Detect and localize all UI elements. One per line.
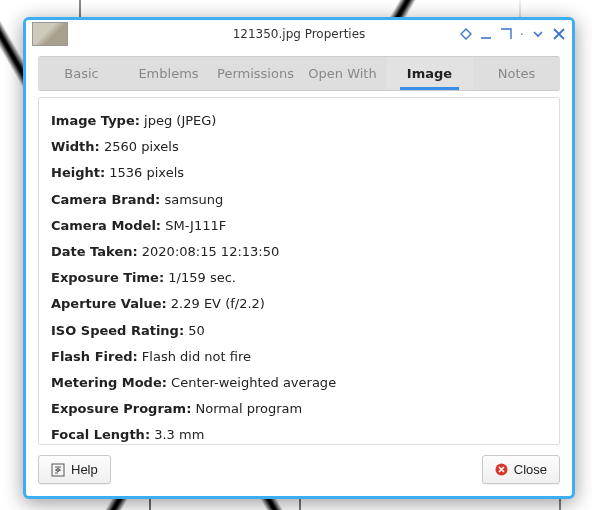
tab-basic[interactable]: Basic bbox=[38, 57, 125, 90]
minimize-icon[interactable] bbox=[480, 28, 492, 40]
roll-up-icon[interactable] bbox=[460, 28, 472, 40]
prop-iso-speed: ISO Speed Rating: 50 bbox=[51, 318, 547, 344]
prop-width: Width: 2560 pixels bbox=[51, 134, 547, 160]
prop-exposure-time: Exposure Time: 1/159 sec. bbox=[51, 265, 547, 291]
maximize-icon[interactable] bbox=[500, 28, 512, 40]
help-button-label: Help bbox=[71, 462, 98, 477]
prop-metering-mode: Metering Mode: Center-weighted average bbox=[51, 370, 547, 396]
close-button[interactable]: Close bbox=[482, 455, 560, 484]
close-circle-icon bbox=[495, 463, 508, 476]
prop-date-taken: Date Taken: 2020:08:15 12:13:50 bbox=[51, 239, 547, 265]
tab-emblems[interactable]: Emblems bbox=[125, 57, 212, 90]
file-thumbnail bbox=[32, 22, 68, 46]
desktop-background: 121350.jpg Properties · Basic Emblems Pe… bbox=[0, 0, 592, 510]
footer-spacer bbox=[119, 455, 474, 484]
tab-image[interactable]: Image bbox=[386, 57, 473, 90]
prop-flash-fired: Flash Fired: Flash did not fire bbox=[51, 344, 547, 370]
tab-open-with[interactable]: Open With bbox=[299, 57, 386, 90]
window-controls: · bbox=[460, 27, 566, 42]
dialog-footer: Help Close bbox=[26, 445, 572, 496]
prop-exposure-program: Exposure Program: Normal program bbox=[51, 396, 547, 422]
separator-dot-icon: · bbox=[520, 27, 524, 42]
tab-notes[interactable]: Notes bbox=[473, 57, 560, 90]
prop-aperture-value: Aperture Value: 2.29 EV (f/2.2) bbox=[51, 291, 547, 317]
titlebar[interactable]: 121350.jpg Properties · bbox=[26, 20, 572, 48]
help-button[interactable]: Help bbox=[38, 455, 111, 484]
properties-dialog: 121350.jpg Properties · Basic Emblems Pe… bbox=[23, 17, 575, 499]
prop-focal-length: Focal Length: 3.3 mm bbox=[51, 422, 547, 445]
image-metadata-panel: Image Type: jpeg (JPEG) Width: 2560 pixe… bbox=[38, 97, 560, 445]
tab-permissions[interactable]: Permissions bbox=[212, 57, 299, 90]
prop-image-type: Image Type: jpeg (JPEG) bbox=[51, 108, 547, 134]
prop-camera-model: Camera Model: SM-J111F bbox=[51, 213, 547, 239]
help-icon bbox=[51, 463, 65, 477]
tab-bar: Basic Emblems Permissions Open With Imag… bbox=[38, 56, 560, 91]
prop-height: Height: 1536 pixels bbox=[51, 160, 547, 186]
close-icon[interactable] bbox=[552, 27, 566, 41]
chevron-down-icon[interactable] bbox=[532, 28, 544, 40]
prop-camera-brand: Camera Brand: samsung bbox=[51, 187, 547, 213]
close-button-label: Close bbox=[514, 462, 547, 477]
